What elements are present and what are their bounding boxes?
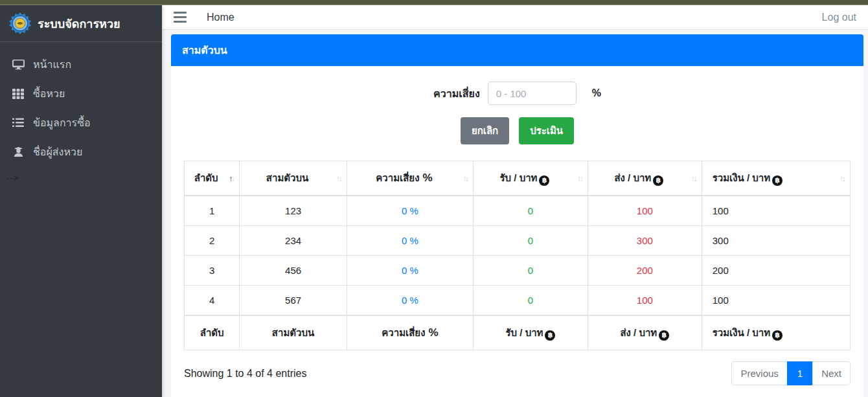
sort-desc-icon: ↓ [579,174,582,183]
cell-index: 4 [185,286,240,316]
percent-icon: % [428,326,438,339]
sort-icons: ↑↓ [691,174,696,183]
column-header-label: รวมเงิน / บาท [713,172,770,183]
column-header-label: รับ / บาท [500,172,538,183]
cell-send: 100 [588,286,702,316]
main-area: Home Log out สามตัวบน ความเสี่ยง % ยกเลิ… [162,5,868,397]
column-header-label: ลำดับ [194,172,218,183]
cell-total: 200 [702,256,850,286]
panel-title: สามตัวบน [171,34,863,66]
column-footer-label: รับ / บาท [506,327,543,338]
cell-risk: 0 % [347,226,473,256]
cell-total: 300 [702,226,850,256]
cell-receive: 0 [474,196,588,226]
column-footer-label: ส่ง / บาท [620,327,657,338]
sort-desc-icon: ↓ [842,174,845,183]
sidebar-item-buy[interactable]: ซื้อหวย [0,79,162,108]
brand[interactable]: ระบบจัดการหวย [0,5,162,42]
cell-index: 3 [185,256,240,286]
results-table: ลำดับ↑↓สามตัวบน↑↓ความเสี่ยง%↑↓รับ / บาท฿… [184,161,851,350]
evaluate-button[interactable]: ประเมิน [519,117,574,144]
table-row: 22340 %0300300 [185,226,851,256]
pagination: Previous 1 Next [731,361,851,385]
pagination-previous-button[interactable]: Previous [731,361,787,385]
column-header-label: ความเสี่ยง [376,172,419,183]
sidebar-item-home[interactable]: หน้าแรก [0,50,162,79]
sort-desc-icon: ↓ [693,174,696,183]
nav-link-home[interactable]: Home [207,12,234,23]
column-header-label: ส่ง / บาท [614,172,651,183]
panel-body: ความเสี่ยง % ยกเลิก ประเมิน ลำดับ↑↓สา [171,66,863,397]
cell-risk: 0 % [347,196,473,226]
sidebar: ระบบจัดการหวย หน้าแรก ซื้อหวย ข้อมูลการซ… [0,5,162,397]
cell-index: 1 [185,196,240,226]
user-graduate-icon [12,146,25,158]
cell-send: 100 [588,196,702,226]
baht-icon: ฿ [653,176,663,186]
column-footer-5: รวมเงิน / บาท฿ [702,315,850,350]
table-row: 11230 %0100100 [185,196,851,226]
column-footer-2: ความเสี่ยง% [347,315,473,350]
column-header-4[interactable]: ส่ง / บาท฿↑↓ [588,161,702,196]
grid-icon [12,88,25,100]
baht-icon: ฿ [659,330,669,341]
baht-icon: ฿ [539,176,549,186]
sort-desc-icon: ↓ [338,174,341,183]
risk-input[interactable] [488,82,577,105]
top-navbar: Home Log out [162,5,868,30]
risk-label: ความเสี่ยง [433,85,480,102]
hamburger-menu-icon[interactable] [174,12,187,23]
table-bottom-bar: Showing 1 to 4 of 4 entries Previous 1 N… [184,361,851,385]
cell-receive: 0 [474,286,588,316]
cell-index: 2 [185,226,240,256]
column-footer-0: ลำดับ [185,315,240,350]
baht-icon: ฿ [545,330,555,341]
column-footer-label: สามตัวบน [272,327,314,338]
table-head: ลำดับ↑↓สามตัวบน↑↓ความเสี่ยง%↑↓รับ / บาท฿… [185,161,851,196]
cell-number: 123 [240,196,347,226]
cell-send: 300 [588,226,702,256]
content-wrapper: สามตัวบน ความเสี่ยง % ยกเลิก ประเมิน [162,30,868,397]
column-footer-3: รับ / บาท฿ [474,315,588,350]
cell-send: 200 [588,256,702,286]
form-buttons-row: ยกเลิก ประเมิน [184,117,851,144]
top-accent-strip [0,0,868,5]
column-footer-4: ส่ง / บาท฿ [588,315,702,350]
baht-icon: ฿ [772,176,782,186]
column-footer-1: สามตัวบน [240,315,347,350]
pagination-page-1-button[interactable]: 1 [787,361,813,385]
cell-receive: 0 [474,256,588,286]
column-footer-label: ความเสี่ยง [382,327,425,338]
table-row: 34560 %0200200 [185,256,851,286]
column-header-1[interactable]: สามตัวบน↑↓ [240,161,347,196]
table-foot: ลำดับสามตัวบนความเสี่ยง%รับ / บาท฿ส่ง / … [185,315,851,350]
app-root: ระบบจัดการหวย หน้าแรก ซื้อหวย ข้อมูลการซ… [0,0,868,397]
pagination-next-button[interactable]: Next [812,361,851,385]
column-header-0[interactable]: ลำดับ↑↓ [185,161,240,196]
column-footer-label: รวมเงิน / บาท [713,327,770,338]
table-row: 45670 %0100100 [185,286,851,316]
column-header-2[interactable]: ความเสี่ยง%↑↓ [347,161,473,196]
nav-link-logout[interactable]: Log out [822,12,856,23]
list-icon [12,117,25,129]
sidebar-menu: หน้าแรก ซื้อหวย ข้อมูลการซื้อ ชื่อผู้ส่ง… [0,42,162,166]
column-header-3[interactable]: รับ / บาท฿↑↓ [474,161,588,196]
stray-comment-text: --> [0,166,162,183]
brand-title: ระบบจัดการหวย [38,14,120,33]
percent-icon: % [422,172,432,184]
sidebar-item-label: ข้อมูลการซื้อ [33,115,91,131]
risk-form-row: ความเสี่ยง % [184,82,851,105]
cell-risk: 0 % [347,256,473,286]
column-header-label: สามตัวบน [266,172,308,183]
panel-card: สามตัวบน ความเสี่ยง % ยกเลิก ประเมิน [171,34,863,397]
column-header-5[interactable]: รวมเงิน / บาท฿↑↓ [702,161,850,196]
cell-risk: 0 % [347,286,473,316]
sidebar-item-sender-name[interactable]: ชื่อผู้ส่งหวย [0,137,162,166]
app-logo-icon [9,12,31,34]
sort-icons: ↑↓ [577,174,582,183]
cancel-button[interactable]: ยกเลิก [461,117,509,144]
cell-number: 234 [240,226,347,256]
baht-icon: ฿ [772,330,782,341]
column-footer-label: ลำดับ [200,327,224,338]
sidebar-item-purchase-data[interactable]: ข้อมูลการซื้อ [0,108,162,137]
